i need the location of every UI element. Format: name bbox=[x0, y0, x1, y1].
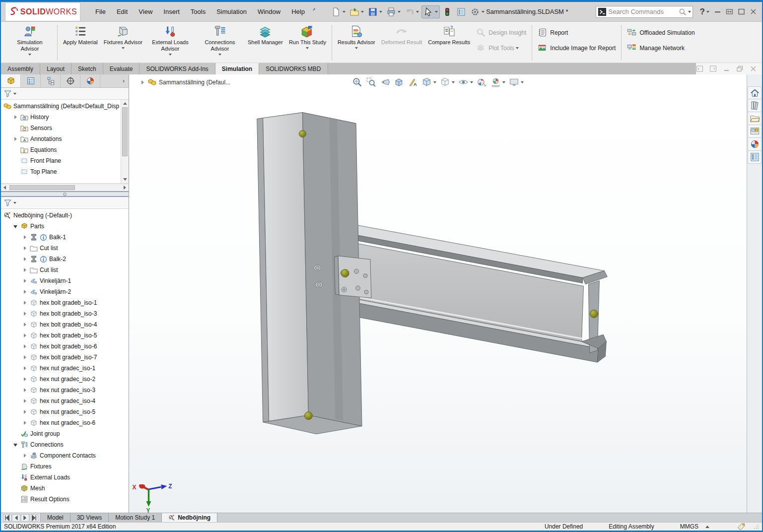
expand-arrow[interactable] bbox=[22, 322, 28, 328]
dropdown-caret[interactable] bbox=[433, 81, 436, 83]
simulation-advisor-button[interactable]: Simulation Advisor bbox=[5, 23, 55, 63]
manage-network-button[interactable]: Manage Network bbox=[624, 42, 697, 54]
dropdown-caret[interactable] bbox=[482, 11, 485, 13]
expand-arrow[interactable] bbox=[13, 115, 18, 120]
tab-evaluate[interactable]: Evaluate bbox=[103, 63, 140, 74]
edit-appearance-button[interactable] bbox=[476, 76, 488, 88]
menu-window[interactable]: Window bbox=[253, 6, 285, 17]
tree-root-assembly[interactable]: Sammanställning (Default<Default_Disp bbox=[1, 101, 121, 112]
doc-restore-button[interactable] bbox=[736, 65, 744, 72]
propertymanager-tab[interactable] bbox=[21, 74, 41, 87]
configurationmanager-tab[interactable] bbox=[41, 74, 61, 87]
tree-item-fixtures[interactable]: Fixtures bbox=[1, 461, 129, 472]
tree-item-component-contacts[interactable]: Component Contacts bbox=[1, 450, 129, 461]
expand-arrow[interactable] bbox=[13, 442, 18, 448]
expand-arrow[interactable] bbox=[22, 355, 28, 360]
panel-splitter[interactable] bbox=[1, 191, 129, 197]
tree-item-equations[interactable]: ΣEquations bbox=[1, 144, 121, 155]
external-loads-advisor-button[interactable]: External Loads Advisor bbox=[145, 23, 195, 63]
menu-simulation[interactable]: Simulation bbox=[211, 6, 252, 17]
expand-arrow[interactable] bbox=[22, 377, 28, 382]
tree-item-hex-bolt-gradeb-iso-4[interactable]: hex bolt gradeb_iso-4 bbox=[1, 319, 129, 330]
study-tab-motion-study-1[interactable]: Motion Study 1 bbox=[109, 513, 162, 522]
menu-edit[interactable]: Edit bbox=[112, 6, 133, 17]
dropdown-caret[interactable] bbox=[343, 11, 346, 13]
3d-model-beam-assembly[interactable]: Z X Y bbox=[129, 74, 747, 513]
pin-menu-icon[interactable] bbox=[312, 7, 316, 16]
save-button[interactable] bbox=[366, 6, 384, 18]
zoom-fit-button[interactable] bbox=[351, 76, 363, 88]
expand-arrow[interactable] bbox=[22, 388, 28, 393]
dropdown-caret[interactable] bbox=[218, 54, 221, 56]
tree-root-study[interactable]: Nedböjning (-Default-) bbox=[1, 210, 129, 221]
expand-arrow[interactable] bbox=[22, 409, 28, 415]
design-insight-button[interactable]: Design Insight bbox=[473, 27, 529, 38]
dropdown-caret[interactable] bbox=[355, 47, 358, 49]
section-view-button[interactable] bbox=[393, 76, 405, 88]
dropdown-caret[interactable] bbox=[416, 11, 419, 13]
previous-study-tab-button[interactable] bbox=[12, 514, 20, 522]
deformed-result-button[interactable]: Deformed Result bbox=[378, 23, 425, 63]
plot-tools-button[interactable]: Plot Tools bbox=[473, 42, 529, 54]
last-study-tab-button[interactable] bbox=[30, 514, 38, 522]
menu-file[interactable]: File bbox=[90, 6, 111, 17]
dropdown-caret[interactable] bbox=[470, 81, 473, 83]
scroll-left-button[interactable] bbox=[1, 184, 8, 192]
expand-arrow[interactable] bbox=[22, 278, 28, 284]
expand-arrow[interactable] bbox=[22, 235, 28, 240]
doc-close-button[interactable] bbox=[750, 65, 757, 72]
tree-item-sensors[interactable]: Sensors bbox=[1, 123, 121, 133]
offloaded-simulation-button[interactable]: Offloaded Simulation bbox=[624, 27, 697, 38]
help-button[interactable]: ? bbox=[700, 7, 709, 17]
close-button[interactable] bbox=[750, 8, 757, 15]
annotation-visibility-button[interactable]: A bbox=[407, 76, 419, 88]
search-dropdown-caret[interactable] bbox=[688, 11, 691, 13]
dropdown-caret[interactable] bbox=[361, 11, 364, 13]
scrollbar-thumb[interactable] bbox=[122, 107, 128, 156]
expand-arrow[interactable] bbox=[22, 300, 28, 306]
tree-item-parts[interactable]: Parts bbox=[1, 221, 129, 232]
next-study-tab-button[interactable] bbox=[21, 514, 29, 522]
undo-button[interactable] bbox=[403, 6, 420, 18]
results-advisor-button[interactable]: Results Advisor bbox=[335, 23, 378, 63]
tree-item-front-plane[interactable]: Front Plane bbox=[1, 155, 121, 166]
expand-arrow[interactable] bbox=[22, 420, 28, 426]
tab-assembly[interactable]: Assembly bbox=[1, 63, 40, 74]
connections-advisor-button[interactable]: Connections Advisor bbox=[195, 23, 245, 63]
expand-arrow[interactable] bbox=[22, 246, 28, 251]
tree-vertical-scrollbar[interactable] bbox=[121, 100, 129, 183]
dropdown-caret[interactable] bbox=[122, 47, 125, 49]
tab-simulation[interactable]: Simulation bbox=[215, 63, 259, 74]
view-orientation-button[interactable] bbox=[420, 76, 437, 88]
dropdown-caret[interactable] bbox=[398, 11, 401, 13]
graphics-viewport[interactable]: A Sammanställning (Defaul... bbox=[129, 74, 747, 513]
expand-arrow[interactable] bbox=[13, 136, 18, 142]
breadcrumb-expand-arrow[interactable] bbox=[140, 79, 145, 85]
tree-item-hex-nut-gradec-iso-1[interactable]: hex nut gradec_iso-1 bbox=[1, 363, 129, 374]
appearances-button[interactable] bbox=[748, 138, 762, 151]
dropdown-caret[interactable] bbox=[452, 81, 455, 83]
select-button[interactable] bbox=[421, 5, 440, 18]
scroll-right-button[interactable] bbox=[121, 184, 129, 192]
previous-view-button[interactable] bbox=[379, 76, 391, 88]
options-list-button[interactable] bbox=[455, 6, 468, 18]
search-commands-input[interactable] bbox=[609, 8, 679, 15]
search-commands-box[interactable] bbox=[596, 6, 693, 18]
viewport-breadcrumb[interactable]: Sammanställning (Defaul... bbox=[140, 78, 230, 86]
view-settings-button[interactable] bbox=[508, 76, 525, 88]
study-tab-3d-views[interactable]: 3D Views bbox=[70, 513, 109, 522]
expand-arrow[interactable] bbox=[22, 344, 28, 349]
tree-item-vinkelj-rn-2[interactable]: Vinkeljärn-2 bbox=[1, 286, 129, 297]
horizontal-beam[interactable] bbox=[336, 225, 607, 362]
dropdown-caret[interactable] bbox=[169, 54, 172, 56]
file-explorer-button[interactable] bbox=[748, 112, 762, 125]
filter-funnel-icon[interactable] bbox=[3, 199, 12, 207]
resize-grip[interactable] bbox=[754, 524, 759, 529]
tree-item-mesh[interactable]: Mesh bbox=[1, 483, 129, 494]
menu-view[interactable]: View bbox=[134, 6, 157, 17]
pane-left-button[interactable] bbox=[696, 65, 703, 72]
menu-insert[interactable]: Insert bbox=[158, 6, 185, 17]
scroll-up-button[interactable] bbox=[121, 100, 129, 107]
tab-solidworks-mbd[interactable]: SOLIDWORKS MBD bbox=[259, 63, 328, 74]
rebuild-button[interactable] bbox=[441, 6, 454, 18]
